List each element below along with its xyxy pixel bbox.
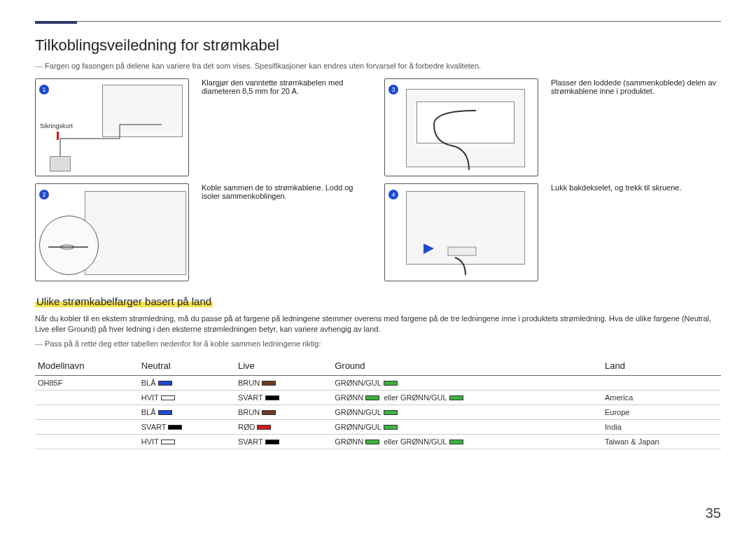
svg-rect-2: [448, 247, 476, 255]
cell-land: India: [602, 419, 721, 434]
step-2-text: Koble sammen de to strømkablene. Lodd og…: [202, 183, 372, 200]
cell-neutral: SVART: [139, 419, 235, 434]
cell-neutral: BLÅ: [139, 375, 235, 390]
diagram-step-4: 4: [384, 183, 538, 281]
step-4-text-block: Lukk bakdekselet, og trekk til skruene.: [551, 183, 721, 192]
cell-ground: GRØNN eller GRØNN/GUL: [332, 390, 602, 405]
section-paragraph: Når du kobler til en ekstern strømlednin…: [35, 314, 721, 335]
color-swatch: [449, 395, 463, 400]
step-1-text-block: Klargjør den vanntette strømkabelen med …: [202, 78, 372, 95]
color-swatch: [384, 410, 398, 415]
page-title: Tilkoblingsveiledning for strømkabel: [35, 36, 721, 55]
top-note: Fargen og fasongen på delene kan variere…: [35, 62, 721, 70]
th-land: Land: [602, 356, 721, 376]
color-swatch: [158, 381, 172, 386]
cable-line-icon: [36, 79, 189, 176]
step-3-text-block: Plasser den loddede (sammenkoblede) dele…: [551, 78, 721, 95]
table-row: SVARTRØDGRØNN/GULIndia: [35, 419, 721, 434]
svg-rect-0: [57, 132, 59, 140]
cell-model: [35, 390, 139, 405]
cell-live: BRUN: [235, 405, 332, 419]
cell-model: [35, 405, 139, 419]
color-swatch: [265, 395, 279, 400]
cell-ground: GRØNN/GUL: [332, 419, 602, 434]
th-model: Modellnavn: [35, 356, 139, 376]
page-number: 35: [706, 505, 721, 521]
color-swatch: [161, 440, 175, 444]
cell-land: Taiwan & Japan: [602, 434, 721, 449]
cell-live: SVART: [235, 390, 332, 405]
cell-land: [602, 375, 721, 390]
accent-bar: [35, 21, 77, 24]
cell-ground: GRØNN eller GRØNN/GUL: [332, 434, 602, 449]
color-swatch: [449, 440, 463, 444]
cell-model: OH85F: [35, 375, 139, 390]
cell-neutral: HVIT: [139, 434, 235, 449]
color-swatch: [262, 410, 276, 415]
steps-row-1: 1 Sikringskort Klargjør den vanntette st…: [35, 78, 721, 176]
table-header-row: Modellnavn Neutral Live Ground Land: [35, 356, 721, 376]
cell-live: RØD: [235, 419, 332, 434]
diagram-step-3: 3: [384, 78, 538, 176]
diagram-step-1: 1 Sikringskort: [35, 78, 189, 176]
color-swatch: [265, 440, 279, 444]
step-3-text: Plasser den loddede (sammenkoblede) dele…: [551, 78, 721, 95]
cell-land: America: [602, 390, 721, 405]
color-swatch: [257, 425, 271, 430]
cell-neutral: BLÅ: [139, 405, 235, 419]
th-live: Live: [235, 356, 332, 376]
color-swatch: [161, 395, 175, 400]
table-row: HVITSVARTGRØNN eller GRØNN/GULTaiwan & J…: [35, 434, 721, 449]
solder-detail-icon: [36, 184, 189, 281]
steps-row-2: 2 Koble sammen de to strømkablene. Lodd …: [35, 183, 721, 281]
step-1-text: Klargjør den vanntette strømkabelen med …: [202, 78, 372, 95]
color-swatch: [158, 410, 172, 415]
top-rule: [35, 21, 721, 22]
cell-ground: GRØNN/GUL: [332, 375, 602, 390]
color-swatch: [168, 425, 182, 430]
table-row: OH85FBLÅBRUNGRØNN/GUL: [35, 375, 721, 390]
th-neutral: Neutral: [139, 356, 235, 376]
cell-land: Europe: [602, 405, 721, 419]
cell-neutral: HVIT: [139, 390, 235, 405]
section-note: Pass på å rette deg etter tabellen neden…: [35, 339, 721, 348]
cell-model: [35, 419, 139, 434]
diagram-step-2: 2: [35, 183, 189, 281]
cell-live: BRUN: [235, 375, 332, 390]
cell-ground: GRØNN/GUL: [332, 405, 602, 419]
color-swatch: [365, 440, 379, 444]
color-swatch: [384, 425, 398, 430]
color-swatch: [384, 381, 398, 386]
cell-model: [35, 434, 139, 449]
table-row: HVITSVARTGRØNN eller GRØNN/GULAmerica: [35, 390, 721, 405]
color-swatch: [262, 381, 276, 386]
step-4-text: Lukk bakdekselet, og trekk til skruene.: [551, 183, 721, 192]
step-2-text-block: Koble sammen de to strømkablene. Lodd og…: [202, 183, 372, 200]
table-row: BLÅBRUNGRØNN/GULEurope: [35, 405, 721, 419]
section-heading-wrap: Ulike strømkabelfarger basert på land: [35, 295, 721, 308]
color-table: Modellnavn Neutral Live Ground Land OH85…: [35, 356, 721, 449]
color-swatch: [365, 395, 379, 400]
th-ground: Ground: [332, 356, 602, 376]
section-heading: Ulike strømkabelfarger basert på land: [35, 295, 213, 307]
screw-arrow-icon: [385, 184, 538, 281]
cable-curve-icon: [385, 79, 538, 176]
cell-live: SVART: [235, 434, 332, 449]
